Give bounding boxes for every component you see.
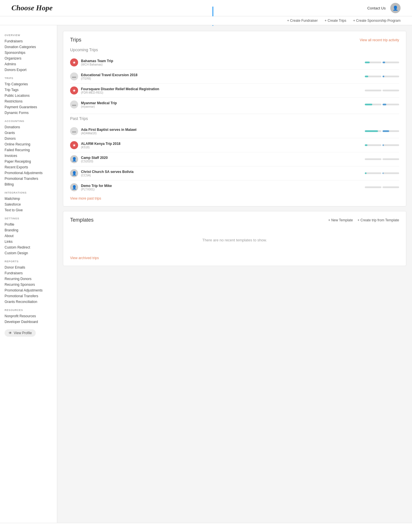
trip-code: (myanmar) (81, 105, 362, 108)
table-row[interactable]: 👤Camp Staff 2020(CS2020) (70, 152, 399, 166)
table-row[interactable]: ▬Myanmar Medical Trip(myanmar) (70, 98, 399, 111)
sidebar-item[interactable]: Links (5, 239, 52, 245)
sidebar-item[interactable]: Recurring Donors (5, 276, 52, 282)
settings-section-title: SETTINGS (5, 217, 52, 220)
sidebar-item[interactable]: Custom Redirect (5, 245, 52, 250)
sidebar-item[interactable]: Nonprofit Resources (5, 313, 52, 319)
sidebar-item[interactable]: Dynamic Forms (5, 110, 52, 116)
main-content: Trips View all recent trip activity Upco… (57, 25, 412, 523)
sidebar-item[interactable]: Fundraisers (5, 270, 52, 276)
sidebar-item[interactable]: Sponsorships (5, 50, 52, 56)
trip-icon: 👤 (70, 155, 78, 163)
avatar[interactable]: 👤 (390, 3, 401, 13)
sidebar-item[interactable]: Salesforce (5, 202, 52, 207)
trips-card: Trips View all recent trip activity Upco… (63, 31, 406, 206)
sidebar-item[interactable]: Online Recurring (5, 141, 52, 147)
site-logo: Choose Hope (11, 4, 53, 12)
trip-info: Demo Trip for Mike(PLTX001) (81, 184, 362, 191)
table-row[interactable]: 👤Christ Church SA serves Bolivia(CCSA) (70, 166, 399, 180)
trip-code: (K518) (81, 146, 362, 149)
sidebar-item[interactable]: Billing (5, 182, 52, 187)
create-trip-from-template-button[interactable]: + Create trip from Template (357, 218, 399, 222)
sidebar-item[interactable]: Donations (5, 124, 52, 130)
table-row[interactable]: ★ALARM Kenya Trip 2018(K518) (70, 138, 399, 152)
sidebar-item[interactable]: Promotional Adjustments (5, 170, 52, 176)
sidebar-item[interactable]: Paper Receipting (5, 159, 52, 164)
sidebar-item[interactable]: Grants Reconciliation (5, 299, 52, 305)
sidebar-item[interactable]: Fundraisers (5, 38, 52, 44)
sidebar-item[interactable]: Developer Dashboard (5, 319, 52, 325)
trip-info: Christ Church SA serves Bolivia(CCSA) (81, 170, 362, 177)
sidebar-item[interactable]: Text to Give (5, 207, 52, 213)
trip-info: Camp Staff 2020(CS2020) (81, 156, 362, 163)
sidebar-item[interactable]: Donor Emails (5, 265, 52, 270)
resources-nav: Nonprofit ResourcesDeveloper Dashboard (5, 313, 52, 325)
sidebar-item[interactable]: Mailchimp (5, 196, 52, 202)
upcoming-trips-heading: Upcoming Trips (70, 48, 399, 52)
trip-progress (365, 90, 399, 91)
sidebar-item[interactable]: Grants (5, 130, 52, 136)
layout: OVERVIEW FundraisersDonation CategoriesS… (0, 25, 412, 523)
integrations-section-title: INTEGRATIONS (5, 191, 52, 194)
trip-name: Educational Travel Excursion 2018 (81, 73, 362, 77)
sidebar-item[interactable]: Organizers (5, 56, 52, 61)
header: Choose Hope Contact Us 👤 (0, 0, 412, 16)
sidebar-item[interactable]: Failed Recurring (5, 147, 52, 153)
sidebar-item[interactable]: Profile (5, 222, 52, 227)
sidebar-item[interactable]: About (5, 233, 52, 239)
sidebar-item[interactable]: Invoices (5, 153, 52, 159)
create-fundraiser-button[interactable]: + Create Fundraiser (287, 19, 318, 23)
templates-card: Templates + New Template + Create trip f… (63, 211, 406, 266)
sidebar-item[interactable]: Recent Exports (5, 164, 52, 170)
upcoming-trips-list: ★Bahamas Team Trip(WCH Bahamas)▬Educatio… (70, 56, 399, 111)
sidebar-item[interactable]: Trip Categories (5, 81, 52, 87)
empty-templates-message: There are no recent templates to show. (70, 226, 399, 254)
header-right: Contact Us 👤 (367, 3, 401, 13)
table-row[interactable]: 👤Demo Trip for Mike(PLTX001) (70, 180, 399, 194)
table-row[interactable]: ★Bahamas Team Trip(WCH Bahamas) (70, 56, 399, 70)
create-sponsorship-button[interactable]: + Create Sponsorship Program (353, 19, 401, 23)
overview-nav: FundraisersDonation CategoriesSponsorshi… (5, 38, 52, 73)
trip-name: Myanmar Medical Trip (81, 101, 362, 105)
sidebar-item[interactable]: Promotional Transfers (5, 176, 52, 182)
create-trips-button[interactable]: + Create Trips (325, 19, 346, 23)
trip-code: (FDR-MED-REG) (81, 91, 362, 94)
eye-icon: 👁 (9, 331, 12, 335)
sidebar-item[interactable]: Recurring Sponsors (5, 282, 52, 287)
view-all-activity-link[interactable]: View all recent trip activity (360, 38, 399, 42)
sidebar-item[interactable]: Promotional Adjustments (5, 287, 52, 293)
table-row[interactable]: ▬Educational Travel Excursion 2018(ITER8… (70, 70, 399, 84)
table-row[interactable]: ▬Ada First Baptist serves in Malawi(ADAM… (70, 124, 399, 138)
sidebar-item[interactable]: Branding (5, 227, 52, 233)
past-trips-heading: Past Trips (70, 116, 399, 121)
sidebar-item[interactable]: Trip Tags (5, 87, 52, 93)
sidebar-item[interactable]: Donors Export (5, 67, 52, 73)
view-profile-button[interactable]: 👁 View Profile (5, 329, 36, 337)
templates-actions: + New Template + Create trip from Templa… (328, 218, 399, 222)
contact-us-link[interactable]: Contact Us (367, 6, 386, 10)
trip-info: Educational Travel Excursion 2018(ITER8) (81, 73, 362, 80)
trip-progress (365, 104, 399, 105)
sidebar-item[interactable]: Admins (5, 61, 52, 67)
trip-info: ALARM Kenya Trip 2018(K518) (81, 142, 362, 149)
trips-nav: Trip CategoriesTrip TagsPublic Locations… (5, 81, 52, 116)
view-archived-trips-link[interactable]: View archived trips (70, 256, 99, 260)
sidebar-item[interactable]: Custom Design (5, 250, 52, 256)
sidebar-item[interactable]: Donors (5, 136, 52, 141)
sidebar-item[interactable]: Donation Categories (5, 44, 52, 50)
past-trips-list: ▬Ada First Baptist serves in Malawi(ADAM… (70, 124, 399, 194)
view-more-past-trips-link[interactable]: View more past trips (70, 196, 101, 200)
trip-progress (365, 158, 399, 160)
trip-icon: ★ (70, 58, 78, 66)
trip-icon: ★ (70, 86, 78, 94)
new-template-button[interactable]: + New Template (328, 218, 353, 222)
accounting-section-title: ACCOUNTING (5, 120, 52, 123)
table-row[interactable]: ★Foursquare Disaster Relief Medical Regi… (70, 84, 399, 98)
settings-nav: ProfileBrandingAboutLinksCustom Redirect… (5, 222, 52, 256)
sidebar-item[interactable]: Restrictions (5, 98, 52, 104)
trip-name: Demo Trip for Mike (81, 184, 362, 188)
trips-card-title: Trips (70, 37, 81, 43)
sidebar-item[interactable]: Payment Guarantees (5, 104, 52, 110)
sidebar-item[interactable]: Promotional Transfers (5, 293, 52, 299)
sidebar-item[interactable]: Public Locations (5, 93, 52, 98)
